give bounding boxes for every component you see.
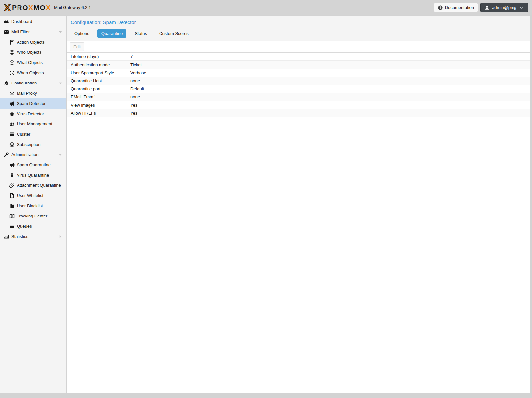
- setting-label: Quarantine Host: [67, 78, 130, 83]
- envelope-icon: [4, 29, 9, 35]
- expand-arrow-icon[interactable]: [58, 234, 63, 239]
- table-row[interactable]: Authentication mode Ticket: [67, 61, 530, 69]
- setting-value: Ticket: [130, 62, 530, 67]
- proxmox-logo: X PROXMOX: [4, 3, 51, 13]
- sidebar-item-label: Queues: [17, 224, 32, 229]
- documentation-label: Documentation: [445, 5, 474, 10]
- sidebar-item-virus-detector[interactable]: Virus Detector: [0, 109, 66, 119]
- cube-icon: [9, 60, 15, 65]
- setting-label: EMail 'From:': [67, 94, 130, 99]
- setting-value: Yes: [130, 111, 530, 116]
- sidebar-item-label: When Objects: [17, 70, 44, 75]
- setting-label: View images: [67, 103, 130, 108]
- dashboard-icon: [4, 19, 9, 24]
- users-icon: [9, 121, 15, 127]
- sidebar-item-user-management[interactable]: User Management: [0, 119, 66, 129]
- collapse-arrow-icon[interactable]: [58, 152, 63, 157]
- sidebar-item-label: Spam Quarantine: [17, 162, 51, 167]
- sidebar-item-label: What Objects: [17, 60, 43, 65]
- sidebar-item-attachment-quarantine[interactable]: Attachment Quarantine: [0, 180, 66, 190]
- sidebar-item-label: Spam Detector: [17, 101, 46, 106]
- bars-icon: [9, 224, 15, 229]
- proxmox-wordmark: PROXMOX: [12, 4, 51, 12]
- sidebar-item-configuration[interactable]: Configuration: [0, 78, 66, 88]
- life-ring-icon: [9, 142, 15, 147]
- user-menu-button[interactable]: admin@pmg: [480, 3, 528, 12]
- table-row[interactable]: Lifetime (days) 7: [67, 53, 530, 61]
- setting-value: Yes: [130, 103, 530, 108]
- table-row[interactable]: Quarantine port Default: [67, 85, 530, 93]
- sidebar-item-mail-proxy[interactable]: Mail Proxy: [0, 88, 66, 98]
- bug-icon: [9, 111, 15, 116]
- sidebar-item-who-objects[interactable]: Who Objects: [0, 47, 66, 57]
- sidebar-item-dashboard[interactable]: Dashboard: [0, 17, 66, 27]
- gears-icon: [4, 81, 9, 86]
- sidebar-item-mail-filter[interactable]: Mail Filter: [0, 27, 66, 37]
- sidebar-item-label: Cluster: [17, 132, 30, 137]
- sidebar-item-label: Statistics: [11, 234, 28, 239]
- sidebar-item-spam-quarantine[interactable]: Spam Quarantine: [0, 160, 66, 170]
- bar-chart-icon: [4, 234, 9, 239]
- cluster-icon: [9, 132, 15, 137]
- sidebar-item-what-objects[interactable]: What Objects: [0, 57, 66, 68]
- sidebar-item-user-blacklist[interactable]: User Blacklist: [0, 201, 66, 211]
- sidebar-item-user-whitelist[interactable]: User Whitelist: [0, 190, 66, 201]
- info-icon: [438, 5, 443, 10]
- user-menu-label: admin@pmg: [492, 5, 516, 10]
- sidebar-item-label: Virus Quarantine: [17, 173, 49, 178]
- envelope-outline-icon: [9, 91, 15, 96]
- collapse-arrow-icon[interactable]: [58, 81, 63, 85]
- setting-value: none: [130, 94, 530, 99]
- setting-value: Default: [130, 86, 530, 91]
- table-row[interactable]: User Spamreport Style Verbose: [67, 69, 530, 77]
- sidebar-item-statistics[interactable]: Statistics: [0, 231, 66, 242]
- sidebar-item-spam-detector[interactable]: Spam Detector: [0, 98, 66, 109]
- sidebar-item-administration[interactable]: Administration: [0, 149, 66, 160]
- tab-options[interactable]: Options: [70, 29, 93, 38]
- collapse-arrow-icon[interactable]: [58, 30, 63, 34]
- sidebar-item-label: Mail Proxy: [17, 91, 37, 96]
- wordmark-part: X: [28, 4, 34, 11]
- sidebar-item-label: Subscription: [17, 142, 41, 147]
- tab-status[interactable]: Status: [131, 29, 151, 38]
- setting-value: Verbose: [130, 70, 530, 75]
- pmg-app: X PROXMOX Mail Gateway 6.2-1 Documentati…: [0, 0, 532, 398]
- edit-button[interactable]: Edit: [70, 42, 84, 51]
- sidebar-item-subscription[interactable]: Subscription: [0, 139, 66, 149]
- sidebar-item-label: Attachment Quarantine: [17, 183, 61, 188]
- sidebar-item-cluster[interactable]: Cluster: [0, 129, 66, 139]
- content-panel: Configuration: Spam Detector Options Qua…: [67, 16, 530, 393]
- chevron-down-icon: [519, 5, 524, 10]
- tab-custom-scores[interactable]: Custom Scores: [155, 29, 193, 38]
- user-circle-icon: [9, 50, 15, 55]
- sidebar-item-label: Mail Filter: [11, 29, 30, 34]
- panel-header: Configuration: Spam Detector Options Qua…: [67, 16, 530, 41]
- sidebar-item-label: Configuration: [11, 81, 37, 85]
- tab-quarantine[interactable]: Quarantine: [97, 29, 126, 38]
- table-row[interactable]: Quarantine Host none: [67, 77, 530, 85]
- wordmark-part: MO: [34, 4, 46, 11]
- product-version-label: Mail Gateway 6.2-1: [54, 5, 91, 10]
- sidebar-item-queues[interactable]: Queues: [0, 221, 66, 231]
- setting-label: Quarantine port: [67, 86, 130, 91]
- sidebar-item-label: Action Objects: [17, 40, 45, 45]
- table-row[interactable]: EMail 'From:' none: [67, 93, 530, 101]
- toolbar: Edit: [67, 41, 530, 53]
- sidebar-item-tracking-center[interactable]: Tracking Center: [0, 211, 66, 221]
- setting-value: none: [130, 78, 530, 83]
- file-solid-icon: [9, 203, 15, 209]
- file-outline-icon: [9, 193, 15, 198]
- sidebar-item-label: Virus Detector: [17, 111, 44, 116]
- sidebar-item-virus-quarantine[interactable]: Virus Quarantine: [0, 170, 66, 180]
- sidebar-item-label: Dashboard: [11, 19, 32, 24]
- bug-icon: [9, 173, 15, 178]
- clock-icon: [9, 70, 15, 76]
- user-icon: [484, 5, 490, 10]
- table-row[interactable]: View images Yes: [67, 101, 530, 109]
- map-icon: [9, 214, 15, 219]
- top-bar: X PROXMOX Mail Gateway 6.2-1 Documentati…: [0, 0, 532, 15]
- sidebar-item-when-objects[interactable]: When Objects: [0, 68, 66, 78]
- documentation-button[interactable]: Documentation: [434, 3, 478, 12]
- table-row[interactable]: Allow HREFs Yes: [67, 109, 530, 117]
- sidebar-item-action-objects[interactable]: Action Objects: [0, 37, 66, 47]
